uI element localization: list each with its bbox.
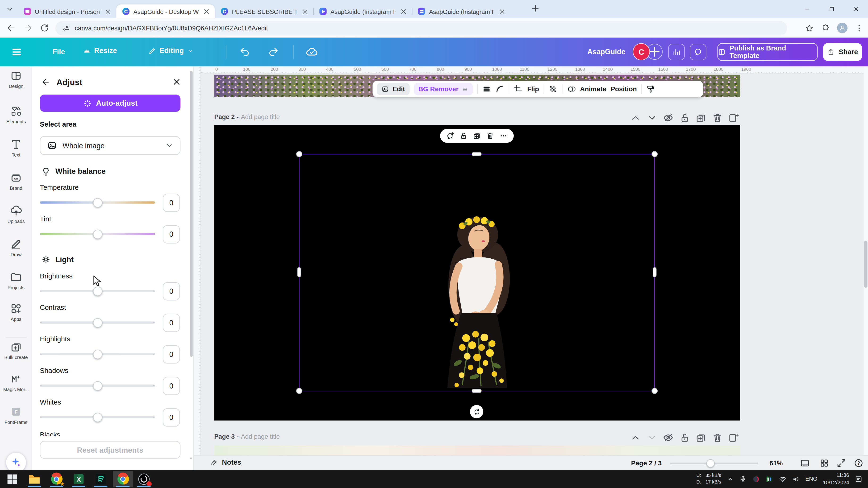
panel-back-icon[interactable] [41, 77, 51, 87]
redo-button[interactable] [268, 46, 279, 58]
panel-close-icon[interactable] [172, 77, 182, 87]
site-settings-icon[interactable] [62, 24, 70, 32]
window-maximize-button[interactable] [819, 0, 843, 18]
slider-track-highlights[interactable] [40, 353, 155, 355]
trash-icon[interactable] [712, 112, 723, 123]
slider-track-shadows[interactable] [40, 385, 155, 387]
trash-icon[interactable] [712, 432, 723, 443]
slider-value-temperature[interactable]: 0 [163, 193, 180, 212]
sidebar-item-text[interactable]: Text [0, 138, 32, 158]
browser-tab-1[interactable]: Untitled design - Presentation [18, 4, 116, 19]
canvas-scrollbar[interactable] [864, 66, 868, 455]
scroll-down-icon[interactable] [188, 455, 194, 461]
sidebar-item-fontframe[interactable]: FFontFrame [0, 405, 32, 425]
clock[interactable]: 11:36 10/12/2024 [823, 472, 849, 486]
duplicate-icon[interactable] [695, 432, 706, 443]
selection-box[interactable] [299, 154, 655, 391]
extensions-icon[interactable] [821, 24, 830, 33]
handle-top-center[interactable] [472, 152, 482, 156]
slider-value-whites[interactable]: 0 [163, 408, 180, 426]
duplicate-icon[interactable] [695, 112, 706, 123]
new-tab-button[interactable] [530, 3, 540, 13]
paint-roller-icon[interactable] [646, 85, 655, 94]
taskbar-file-explorer[interactable] [24, 471, 44, 487]
tab-close-icon[interactable] [400, 7, 407, 15]
sidebar-item-apps[interactable]: Apps [0, 303, 32, 322]
file-menu[interactable]: File [53, 47, 65, 56]
animate-button[interactable]: Animate [580, 85, 606, 93]
back-button[interactable] [7, 23, 16, 33]
eye-off-icon[interactable] [662, 112, 674, 123]
sidebar-item-design[interactable]: Design [0, 70, 32, 89]
comment-plus-icon[interactable] [446, 132, 455, 140]
slider-track-temperature[interactable] [40, 201, 155, 203]
panel-scrollbar[interactable] [190, 67, 193, 462]
handle-top-left[interactable] [296, 151, 302, 157]
rotate-handle[interactable] [470, 405, 483, 418]
microphone-icon[interactable] [739, 475, 747, 483]
refresh-button[interactable] [40, 23, 49, 33]
handle-bottom-left[interactable] [296, 388, 302, 394]
handle-bottom-center[interactable] [472, 389, 482, 393]
handle-middle-right[interactable] [653, 267, 656, 277]
flip-button[interactable]: Flip [527, 85, 539, 93]
volume-icon[interactable] [792, 475, 800, 483]
taskbar-start-button[interactable] [2, 471, 22, 487]
help-icon[interactable]: ? [854, 458, 864, 468]
handle-top-right[interactable] [651, 151, 658, 157]
corner-curve-icon[interactable] [496, 85, 504, 94]
tab-close-icon[interactable] [203, 7, 210, 15]
account-avatar[interactable]: C [633, 43, 650, 60]
sidebar-item-projects[interactable]: Projects [0, 271, 32, 290]
browser-tab-3[interactable]: PLEASE SUBSCRIBE TO THIS CH [215, 4, 313, 19]
page-3-header[interactable]: Page 3 -Add page title [214, 433, 280, 440]
slider-value-contrast[interactable]: 0 [163, 314, 180, 332]
chevron-down-icon[interactable] [646, 432, 657, 443]
slider-track-whites[interactable] [40, 416, 155, 418]
chevron-up-icon[interactable] [630, 112, 641, 123]
stroke-weight-icon[interactable] [483, 85, 491, 94]
slider-thumb-highlights[interactable] [93, 349, 102, 359]
opera-tray-icon[interactable] [752, 475, 760, 483]
taskbar-chrome-active[interactable] [113, 471, 133, 487]
sidebar-item-draw[interactable]: Draw [0, 238, 32, 257]
more-dots-icon[interactable] [499, 132, 507, 140]
resize-button[interactable]: Resize [83, 46, 117, 55]
tray-app-icon[interactable] [766, 475, 773, 483]
handle-bottom-right[interactable] [651, 388, 658, 394]
slider-value-shadows[interactable]: 0 [163, 377, 180, 395]
chevron-down-icon[interactable] [646, 112, 657, 123]
taskbar-stream-app[interactable] [91, 471, 111, 487]
wifi-icon[interactable] [779, 475, 786, 483]
slider-track-brightness[interactable] [40, 290, 155, 292]
sidebar-item-uploads[interactable]: Uploads [0, 205, 32, 224]
language-indicator[interactable]: ENG [805, 476, 817, 482]
taskbar-excel[interactable]: X [69, 471, 88, 487]
browser-tab-5[interactable]: AsapGuide (Instagram Post) (A [412, 4, 510, 19]
share-button[interactable]: Share [823, 43, 862, 61]
crop-icon[interactable] [514, 85, 523, 94]
browser-tab-4[interactable]: AsapGuide (Instagram Post) - Y [313, 4, 412, 19]
forward-button[interactable] [23, 23, 33, 33]
reset-adjustments-button[interactable]: Reset adjustments [40, 441, 181, 459]
sidebar-item-elements[interactable]: Elements [0, 105, 32, 125]
slider-value-tint[interactable]: 0 [163, 225, 180, 243]
lock-open-icon[interactable] [679, 432, 690, 443]
undo-button[interactable] [239, 46, 250, 58]
slider-thumb-temperature[interactable] [93, 198, 102, 207]
page-3-top-strip[interactable] [214, 445, 740, 455]
slider-track-tint[interactable] [40, 233, 155, 235]
trash-icon[interactable] [486, 132, 494, 140]
transparency-icon[interactable] [549, 85, 557, 94]
bg-remover-button[interactable]: BG Remover [414, 83, 473, 95]
sidebar-item-bulk-create[interactable]: Bulk create [0, 341, 32, 360]
browser-profile-avatar[interactable] [837, 23, 848, 33]
comments-button[interactable] [690, 44, 706, 60]
eye-off-icon[interactable] [662, 432, 674, 443]
auto-adjust-button[interactable]: Auto-adjust [40, 95, 181, 112]
lock-open-icon[interactable] [679, 112, 690, 123]
taskbar-obs-studio[interactable] [134, 471, 154, 487]
fullscreen-icon[interactable] [836, 458, 846, 468]
publish-brand-template-button[interactable]: Publish as Brand Template [717, 43, 818, 61]
position-button[interactable]: Position [611, 85, 637, 93]
